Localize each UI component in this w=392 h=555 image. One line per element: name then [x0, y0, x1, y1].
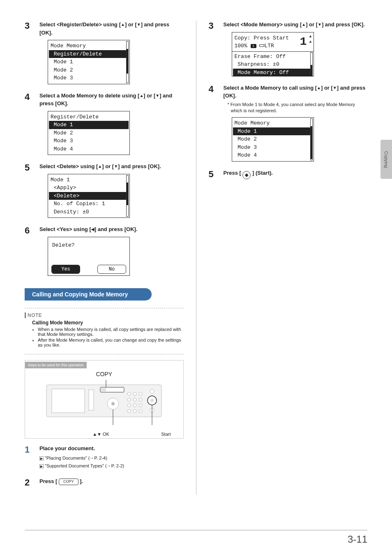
lcd-row: Mode 4 — [51, 145, 127, 153]
lcd-row: 100% 1 LTR — [235, 42, 311, 50]
lcd-row: Sharpness: ±0 — [235, 60, 311, 69]
step-text: Select a Mode Memory to delete using [ — [39, 92, 139, 99]
step-number: 6 — [25, 225, 34, 276]
svg-point-8 — [133, 392, 136, 395]
step-text: ] or [ — [306, 21, 318, 28]
tray-icon — [259, 44, 264, 47]
start-button-icon: ◈ — [242, 171, 251, 179]
lcd-screen: Mode 1 <Apply> <Delete> No. of Copies: 1… — [48, 174, 130, 218]
step-text: Place your document. — [39, 445, 95, 451]
lcd-row: Erase Frame: Off — [235, 53, 311, 61]
lcd-scrollbar — [126, 175, 129, 217]
step-text: ] or [ — [321, 85, 333, 91]
svg-point-15 — [139, 404, 142, 407]
lcd-scrollbar — [126, 41, 129, 83]
svg-point-12 — [139, 398, 142, 401]
svg-point-11 — [133, 398, 136, 401]
left-step-3: 3 Select <Register/Delete> using [▲] or … — [25, 21, 184, 84]
right-step-3: 3 Select <Mode Memory> using [▲] or [▼] … — [209, 21, 368, 76]
left-step-1: 1 Place your document. ▶"Placing Documen… — [25, 444, 184, 470]
step-number: 1 — [25, 444, 34, 470]
step-text: Press [ — [224, 170, 243, 176]
step-text: ] or [ — [102, 163, 114, 169]
lcd-row: Mode 2 — [51, 66, 127, 74]
svg-point-21 — [150, 389, 154, 393]
note-bar-icon — [25, 312, 26, 318]
step-number: 5 — [209, 169, 218, 179]
lcd-row: Mode 3 — [51, 137, 127, 145]
left-step-6: 6 Select <Yes> using [◀] and press [OK].… — [25, 225, 184, 276]
svg-point-6 — [111, 402, 115, 405]
step-number: 5 — [25, 162, 34, 218]
keys-tab-label: Keys to be used for this operation — [25, 362, 87, 368]
step-text: ] and press [OK]. — [118, 163, 161, 169]
lcd-row: Mode 3 — [235, 143, 311, 152]
lcd-screen: Mode Memory Register/Delete Mode 1 Mode … — [48, 40, 130, 84]
svg-point-20 — [150, 399, 154, 402]
step-text: Press [ — [39, 478, 59, 484]
keys-ok-label: ▲▼ OK — [92, 432, 109, 437]
step-number: 4 — [25, 92, 34, 155]
lcd-row: Copy: Press Start — [235, 34, 311, 42]
down-triangle-icon: ▼ — [333, 85, 337, 91]
step-text: Select <Mode Memory> using [ — [224, 21, 302, 28]
page-footer: 3-11 — [25, 530, 367, 545]
step-text: ] or [ — [125, 21, 137, 28]
section-heading: Calling and Copying Mode Memory — [25, 288, 152, 301]
step-text: Select <Delete> using [ — [39, 163, 98, 169]
lcd-copy-count: 1 — [300, 33, 307, 51]
keys-start-label: Start — [161, 432, 171, 437]
lcd-selected-row: Mode Memory: Off — [233, 69, 313, 77]
lcd-title: Mode Memory — [51, 42, 127, 50]
ref-arrow-icon: ▶ — [39, 464, 44, 468]
reference-link: ▶"Placing Documents" (→P. 2-4) — [39, 455, 184, 462]
step-text: ] or [ — [143, 92, 155, 99]
lcd-screen: Copy: Press Start 100% 1 LTR 1 Erase Fra… — [232, 32, 314, 76]
note-bullet: When a new Mode Memory is called, all co… — [38, 327, 184, 337]
copy-key-icon: COPY — [59, 479, 78, 485]
note-block: NOTE Calling Mode Memory When a new Mode… — [25, 308, 184, 354]
lcd-scrollbar — [310, 118, 313, 160]
lcd-selected-row: Mode 1 — [49, 121, 129, 129]
note-bullet: After the Mode Memory is called, you can… — [38, 338, 184, 347]
svg-point-14 — [133, 404, 136, 407]
lcd-title: Mode 1 — [51, 176, 127, 184]
lcd-screen: Mode Memory Mode 1 Mode 2 Mode 3 Mode 4 — [232, 117, 314, 162]
right-step-5: 5 Press [ ◈ ] (Start). — [209, 169, 368, 179]
keys-title: COPY — [96, 371, 112, 377]
step-number: 3 — [209, 21, 218, 76]
lcd-selected-row: Register/Delete — [49, 50, 129, 58]
right-step-4: 4 Select a Mode Memory to call using [▲]… — [209, 84, 368, 162]
lcd-row: Mode 1 — [51, 58, 127, 66]
lcd-dialog: Delete? Yes No — [48, 237, 130, 276]
lcd-row: No. of Copies: 1 — [51, 200, 127, 208]
lcd-title: Register/Delete — [51, 113, 127, 121]
step-text: Select <Register/Delete> using [ — [39, 21, 121, 28]
svg-rect-4 — [101, 388, 106, 391]
lcd-question: Delete? — [51, 239, 127, 252]
step-text: ] and press [OK]. — [322, 21, 365, 28]
up-triangle-icon: ▲ — [302, 21, 306, 28]
lcd-row: <Apply> — [51, 184, 127, 192]
lcd-row: Mode 2 — [51, 129, 127, 137]
step-text: Select <Yes> using [ — [39, 226, 91, 232]
svg-point-10 — [127, 398, 131, 401]
lcd-row: Density: ±0 — [51, 208, 127, 216]
paper-source-icon: 1 — [251, 44, 256, 48]
step-text: Select a Mode Memory to call using [ — [224, 85, 317, 91]
svg-point-17 — [133, 409, 136, 413]
step-text: ] and press [OK]. — [95, 226, 138, 232]
left-step-4: 4 Select a Mode Memory to delete using [… — [25, 92, 184, 155]
left-column: 3 Select <Register/Delete> using [▲] or … — [25, 21, 184, 495]
footnote: * From Mode 1 to Mode 4, you cannot sele… — [226, 102, 368, 114]
down-triangle-icon: ▼ — [318, 21, 322, 28]
left-step-5: 5 Select <Delete> using [▲] or [▼] and p… — [25, 162, 184, 218]
lcd-row: Mode 3 — [51, 74, 127, 82]
svg-point-7 — [127, 392, 131, 395]
note-label: NOTE — [28, 312, 42, 318]
lcd-row: Mode 2 — [235, 135, 311, 143]
svg-point-18 — [139, 409, 142, 413]
step-number: 4 — [209, 84, 218, 162]
down-triangle-icon: ▼ — [155, 92, 159, 99]
down-triangle-icon: ▼ — [137, 21, 141, 28]
